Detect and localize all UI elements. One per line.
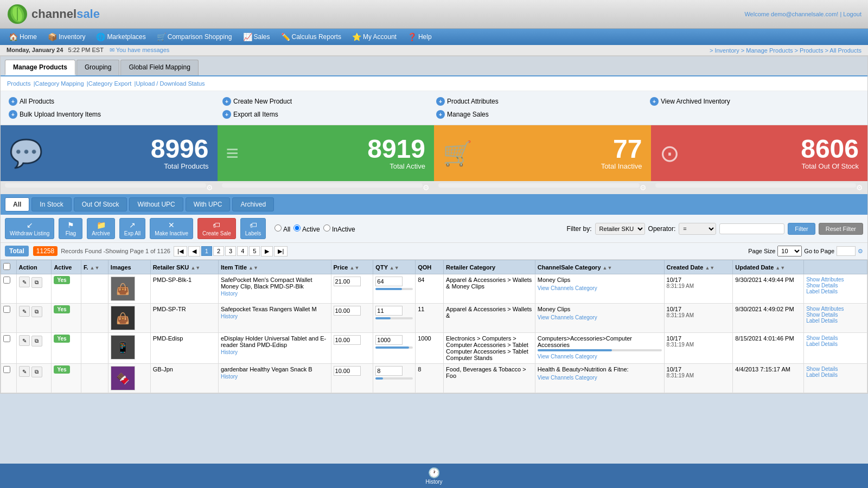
qa-all-products[interactable]: + All Products	[7, 95, 220, 107]
th-flag[interactable]: F. ▲▼	[81, 260, 108, 274]
row3-edit-icon[interactable]: ✎	[19, 335, 30, 346]
nav-help[interactable]: ❓Help	[403, 31, 436, 43]
page-4-btn[interactable]: 4	[237, 246, 248, 256]
filter-button[interactable]: Filter	[788, 223, 815, 235]
nav-inventory[interactable]: 📦Inventory	[43, 31, 90, 43]
nav-account[interactable]: ⭐My Account	[348, 31, 401, 43]
row1-show-attributes[interactable]: Show Attributes	[806, 277, 865, 282]
tab-grouping[interactable]: Grouping	[76, 60, 119, 75]
row2-edit-icon[interactable]: ✎	[19, 306, 30, 317]
btn-create-sale[interactable]: 🏷 Create Sale	[197, 218, 236, 239]
row4-view-channels-link[interactable]: View Channels Category	[538, 375, 662, 381]
filter-tab-all[interactable]: All	[5, 197, 29, 211]
messages-link[interactable]: ✉ You have messages	[110, 47, 170, 53]
th-updated[interactable]: Updated Date ▲▼	[733, 260, 804, 274]
filter-tab-outofstock[interactable]: Out Of Stock	[74, 197, 127, 211]
row4-edit-icon[interactable]: ✎	[19, 366, 30, 377]
tab-manage-products[interactable]: Manage Products	[5, 60, 75, 75]
stat-settings-1[interactable]: ⚙	[206, 183, 213, 192]
row3-view-channels-link[interactable]: View Channels Category	[538, 354, 662, 359]
qa-view-archived[interactable]: + View Archived Inventory	[648, 95, 861, 107]
row3-show-details[interactable]: Show Details	[806, 335, 865, 341]
stat-settings-3[interactable]: ⚙	[640, 183, 647, 192]
link-category-export[interactable]: |Category Export	[87, 80, 131, 87]
nav-sales[interactable]: 📈Sales	[239, 31, 275, 43]
row4-copy-icon[interactable]: ⧉	[31, 367, 42, 377]
radio-all[interactable]	[275, 224, 282, 232]
page-1-btn[interactable]: 1	[201, 246, 212, 256]
row2-history-link[interactable]: History	[221, 313, 329, 319]
nav-marketplaces[interactable]: 🌐Marketplaces	[92, 31, 150, 43]
row4-checkbox[interactable]	[3, 366, 10, 373]
nav-calculus[interactable]: ✏️Calculus Reports	[277, 31, 346, 43]
row2-copy-icon[interactable]: ⧉	[31, 306, 42, 317]
qa-export-all[interactable]: + Export all Items	[221, 108, 433, 120]
row2-price-input[interactable]	[334, 306, 361, 316]
filter-value-input[interactable]	[719, 223, 784, 234]
row4-show-details[interactable]: Show Details	[806, 366, 865, 372]
stat-settings-2[interactable]: ⚙	[423, 183, 430, 192]
row1-checkbox[interactable]	[3, 277, 10, 284]
qa-create-product[interactable]: + Create New Product	[221, 95, 433, 107]
row4-label-details[interactable]: Label Details	[806, 372, 865, 378]
th-created[interactable]: Created Date ▲▼	[664, 260, 733, 274]
th-qty[interactable]: QTY ▲▼	[373, 260, 416, 274]
page-next-btn[interactable]: ▶	[261, 246, 273, 256]
row1-copy-icon[interactable]: ⧉	[31, 277, 42, 288]
page-2-btn[interactable]: 2	[213, 246, 224, 256]
row3-checkbox[interactable]	[3, 335, 10, 342]
row1-label-details[interactable]: Label Details	[806, 288, 865, 294]
btn-labels[interactable]: 🏷 Labels	[240, 218, 266, 239]
nav-comparison[interactable]: 🛒Comparison Shopping	[152, 31, 237, 43]
qa-manage-sales[interactable]: + Manage Sales	[435, 108, 647, 120]
go-to-icon[interactable]: ⚙	[858, 248, 863, 255]
page-first-btn[interactable]: |◀	[174, 246, 187, 256]
row2-show-details[interactable]: Show Details	[806, 312, 865, 318]
operator-select[interactable]: = != > < >= <= contains	[679, 223, 716, 235]
th-price[interactable]: Price ▲▼	[331, 260, 373, 274]
th-title[interactable]: Item Title ▲▼	[218, 260, 331, 274]
page-size-select[interactable]: 10 25 50 100	[777, 246, 802, 256]
stat-settings-4[interactable]: ⚙	[856, 183, 863, 192]
row4-qty-input[interactable]	[375, 366, 403, 376]
row4-price-input[interactable]	[334, 366, 361, 376]
link-products[interactable]: Products	[7, 80, 30, 87]
row1-price-input[interactable]	[334, 277, 361, 286]
page-5-btn[interactable]: 5	[249, 246, 260, 256]
th-cs-cat[interactable]: ChannelSale Category ▲▼	[535, 260, 664, 274]
row3-history-link[interactable]: History	[221, 349, 329, 355]
btn-flag[interactable]: ⚑ Flag	[59, 218, 82, 239]
qa-bulk-upload[interactable]: + Bulk Upload Inventory Items	[7, 108, 220, 120]
btn-withdraw[interactable]: ↙ Withdraw Listing	[5, 218, 54, 239]
btn-make-inactive[interactable]: ✕ Make Inactive	[150, 218, 193, 239]
row2-qty-input[interactable]	[375, 306, 403, 316]
filter-by-select[interactable]: Retailer SKU Item Title Price QTY	[595, 223, 645, 235]
link-category-mapping[interactable]: |Category Mapping	[34, 80, 84, 87]
page-3-btn[interactable]: 3	[225, 246, 236, 256]
row1-history-link[interactable]: History	[221, 291, 329, 297]
row3-qty-input[interactable]	[375, 335, 403, 345]
row2-checkbox[interactable]	[3, 306, 10, 313]
reset-filter-button[interactable]: Reset Filter	[819, 223, 863, 235]
row3-price-input[interactable]	[334, 335, 361, 345]
row2-label-details[interactable]: Label Details	[806, 318, 865, 324]
qa-product-attributes[interactable]: + Product Attributes	[435, 95, 647, 107]
nav-home[interactable]: 🏠Home	[4, 31, 41, 43]
tab-global-field-mapping[interactable]: Global Field Mapping	[120, 60, 198, 75]
row1-edit-icon[interactable]: ✎	[19, 277, 30, 287]
row3-label-details[interactable]: Label Details	[806, 341, 865, 347]
btn-exp-all[interactable]: ↗ Exp All	[119, 218, 146, 239]
page-last-btn[interactable]: ▶|	[274, 246, 288, 256]
link-upload-download[interactable]: |Upload / Download Status	[135, 80, 205, 87]
filter-tab-archived[interactable]: Archived	[232, 197, 274, 211]
th-sku[interactable]: Retailer SKU ▲▼	[150, 260, 218, 274]
row2-view-channels-link[interactable]: View Channels Category	[538, 314, 662, 320]
row1-qty-input[interactable]	[375, 277, 403, 286]
select-all-checkbox[interactable]	[3, 263, 10, 270]
radio-active[interactable]	[293, 224, 301, 232]
filter-tab-withoutupc[interactable]: Without UPC	[129, 197, 183, 211]
row1-view-channels-link[interactable]: View Channels Category	[538, 285, 662, 291]
radio-inactive[interactable]	[323, 224, 330, 232]
row4-history-link[interactable]: History	[221, 374, 329, 380]
filter-tab-instock[interactable]: In Stock	[31, 197, 71, 211]
